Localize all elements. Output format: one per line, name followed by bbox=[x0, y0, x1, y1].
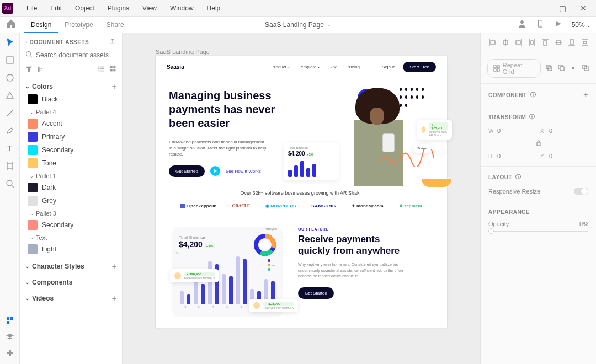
pen-tool[interactable] bbox=[5, 126, 15, 136]
align-vcenter-icon[interactable] bbox=[555, 39, 562, 47]
ellipse-tool[interactable] bbox=[5, 73, 15, 83]
info-icon[interactable]: ⓘ bbox=[515, 173, 522, 181]
artboard-tool[interactable] bbox=[5, 161, 15, 171]
colors-section[interactable]: ⌄Colors+ bbox=[25, 82, 116, 91]
feature-kicker: OUR FEATURE bbox=[298, 227, 430, 231]
device-preview-icon[interactable] bbox=[536, 19, 544, 30]
menu-help[interactable]: Help bbox=[200, 4, 227, 12]
select-tool[interactable] bbox=[5, 38, 15, 47]
layers-icon[interactable] bbox=[5, 332, 15, 342]
align-dist-v-icon[interactable] bbox=[581, 39, 589, 47]
swatch-dark[interactable]: Dark bbox=[25, 183, 116, 192]
opacity-label: Opacity bbox=[488, 221, 509, 227]
swatch-grey[interactable]: Grey bbox=[25, 196, 116, 206]
videos-section[interactable]: ⌄Videos+ bbox=[25, 294, 116, 303]
rectangle-tool[interactable] bbox=[5, 55, 15, 65]
polygon-tool[interactable] bbox=[5, 90, 15, 100]
document-title[interactable]: SaaS Landing Page⌄ bbox=[265, 21, 331, 29]
site-nav: Saasia Product▾ Template▾ Blog Pricing S… bbox=[156, 56, 447, 78]
tool-rail: T bbox=[0, 33, 20, 364]
assets-search-input[interactable] bbox=[36, 51, 119, 59]
swatch-light[interactable]: Light bbox=[25, 244, 116, 254]
character-styles-section[interactable]: ⌄Character Styles+ bbox=[25, 262, 116, 271]
assets-panel-header[interactable]: ‹ DOCUMENT ASSETS bbox=[25, 38, 116, 46]
chevron-left-icon: ‹ bbox=[25, 39, 28, 45]
tab-design[interactable]: Design bbox=[24, 17, 58, 33]
boolean-subtract-icon[interactable] bbox=[557, 64, 565, 73]
repeat-grid-button[interactable]: Repeat Grid bbox=[487, 59, 541, 78]
swatch-primary[interactable]: Primary bbox=[25, 132, 116, 142]
boolean-exclude-icon[interactable] bbox=[582, 64, 589, 73]
line-tool[interactable] bbox=[5, 108, 15, 118]
svg-rect-32 bbox=[516, 41, 520, 44]
pallet-3[interactable]: ⌄Pallet 3 bbox=[25, 210, 116, 217]
align-bottom-icon[interactable] bbox=[568, 39, 576, 47]
window-minimize[interactable]: — bbox=[531, 0, 552, 17]
feature-card-pop-2: + $28,900Received from Michael V bbox=[249, 299, 298, 312]
components-section[interactable]: ⌄Components bbox=[25, 279, 116, 286]
width-field[interactable]: W0 bbox=[488, 127, 533, 134]
align-right-icon[interactable] bbox=[515, 39, 523, 47]
swatch-secondary2[interactable]: Secondary bbox=[25, 220, 116, 230]
menu-plugins[interactable]: Plugins bbox=[101, 4, 136, 12]
opacity-slider[interactable] bbox=[488, 231, 588, 232]
menu-file[interactable]: File bbox=[20, 4, 44, 12]
window-maximize[interactable]: ▢ bbox=[552, 0, 573, 17]
canvas[interactable]: SaaS Landing Page Saasia Product▾ Templa… bbox=[123, 33, 480, 364]
align-top-icon[interactable] bbox=[541, 39, 549, 47]
svg-rect-7 bbox=[7, 163, 13, 169]
menu-window[interactable]: Window bbox=[163, 4, 200, 12]
grid-view-icon[interactable] bbox=[109, 65, 116, 74]
info-icon[interactable]: ⓘ bbox=[529, 113, 535, 121]
nav-product: Product▾ bbox=[271, 65, 290, 69]
menu-view[interactable]: View bbox=[136, 4, 163, 12]
swatch-secondary[interactable]: Secondary bbox=[25, 145, 116, 155]
boolean-intersect-icon[interactable] bbox=[570, 64, 577, 73]
text-group[interactable]: ⌄Text bbox=[25, 234, 116, 241]
height-field[interactable]: H0 bbox=[488, 153, 533, 159]
add-video-icon[interactable]: + bbox=[112, 294, 116, 303]
pallet-4[interactable]: ⌄Pallet 4 bbox=[25, 109, 116, 115]
add-component-icon[interactable]: + bbox=[583, 90, 588, 99]
play-icon[interactable] bbox=[554, 20, 562, 29]
add-color-icon[interactable]: + bbox=[112, 82, 116, 91]
hero-card-received: + $28,900Received from AR Shakir bbox=[417, 120, 452, 140]
home-icon[interactable] bbox=[6, 18, 17, 31]
align-dist-h-icon[interactable] bbox=[528, 39, 536, 47]
export-icon[interactable] bbox=[109, 38, 116, 46]
appearance-section: APPEARANCE Opacity0% bbox=[481, 202, 596, 238]
align-left-icon[interactable] bbox=[488, 39, 496, 47]
text-tool[interactable]: T bbox=[5, 143, 15, 153]
zoom-level[interactable]: 50% ⌄ bbox=[572, 21, 590, 29]
swatch-accent[interactable]: Accent bbox=[25, 119, 116, 129]
add-char-style-icon[interactable]: + bbox=[112, 262, 116, 271]
boolean-add-icon[interactable] bbox=[545, 64, 553, 73]
responsive-toggle[interactable] bbox=[574, 188, 588, 195]
window-close[interactable]: ✕ bbox=[573, 0, 594, 17]
info-icon[interactable]: ⓘ bbox=[530, 91, 536, 99]
svg-rect-28 bbox=[491, 41, 495, 44]
mode-bar: Design Prototype Share SaaS Landing Page… bbox=[0, 17, 596, 33]
component-section-header: COMPONENTⓘ+ bbox=[488, 90, 588, 99]
menu-object[interactable]: Object bbox=[68, 4, 101, 12]
x-field[interactable]: X0 bbox=[540, 127, 584, 134]
swatch-black[interactable]: Black bbox=[25, 94, 116, 104]
tab-prototype[interactable]: Prototype bbox=[58, 17, 99, 33]
menu-edit[interactable]: Edit bbox=[44, 4, 68, 12]
artboard-label[interactable]: SaaS Landing Page bbox=[156, 49, 210, 55]
sort-icon[interactable] bbox=[37, 66, 44, 74]
svg-rect-21 bbox=[110, 69, 113, 71]
y-field[interactable]: Y0 bbox=[540, 153, 584, 159]
swatch-tone[interactable]: Tone bbox=[25, 158, 116, 168]
filter-icon[interactable] bbox=[25, 66, 33, 74]
lock-icon[interactable] bbox=[535, 140, 542, 147]
avatar-icon[interactable] bbox=[518, 19, 526, 30]
tab-share[interactable]: Share bbox=[100, 17, 131, 33]
align-hcenter-icon[interactable] bbox=[502, 39, 509, 47]
zoom-tool[interactable] bbox=[5, 179, 15, 189]
plugins-icon[interactable] bbox=[5, 349, 15, 358]
libraries-icon[interactable] bbox=[5, 315, 15, 325]
list-view-icon[interactable] bbox=[97, 65, 105, 74]
pallet-1[interactable]: ⌄Pallet 1 bbox=[25, 173, 116, 179]
artboard[interactable]: Saasia Product▾ Template▾ Blog Pricing S… bbox=[156, 56, 447, 328]
